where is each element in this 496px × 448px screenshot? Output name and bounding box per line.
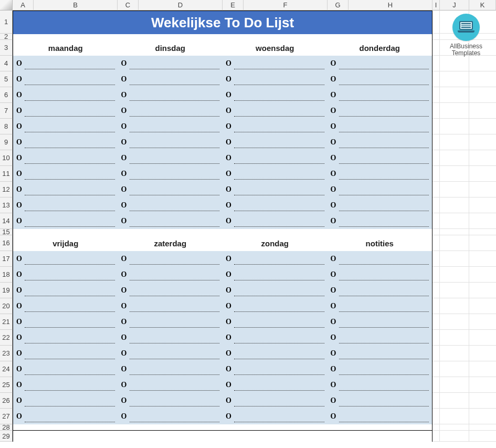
column-header-F[interactable]: F: [244, 0, 328, 11]
row-header-12[interactable]: 12: [0, 182, 13, 197]
content-cell-row-17[interactable]: OOOO: [13, 251, 432, 267]
task-cell[interactable]: O: [118, 314, 223, 330]
cell-I18[interactable]: [432, 267, 440, 283]
task-cell[interactable]: O: [328, 298, 432, 314]
content-cell-row-29[interactable]: [13, 431, 432, 442]
task-cell[interactable]: O: [13, 251, 118, 267]
task-cell[interactable]: O: [13, 330, 118, 346]
task-cell[interactable]: O: [13, 119, 118, 134]
task-cell[interactable]: O: [223, 298, 328, 314]
row-header-5[interactable]: 5: [0, 71, 13, 87]
cell-K19[interactable]: [469, 283, 496, 298]
cell-K21[interactable]: [469, 314, 496, 330]
task-cell[interactable]: O: [328, 71, 432, 87]
task-cell[interactable]: O: [223, 283, 328, 298]
content-cell-row-9[interactable]: OOOO: [13, 134, 432, 150]
content-cell-row-20[interactable]: OOOO: [13, 298, 432, 314]
task-cell[interactable]: O: [13, 87, 118, 103]
task-cell[interactable]: O: [328, 251, 432, 267]
task-cell[interactable]: O: [118, 71, 223, 87]
cell-J17[interactable]: [440, 251, 469, 267]
task-cell[interactable]: O: [13, 182, 118, 197]
column-header-A[interactable]: A: [13, 0, 34, 11]
task-cell[interactable]: O: [328, 361, 432, 377]
task-cell[interactable]: O: [223, 346, 328, 361]
task-cell[interactable]: O: [118, 166, 223, 182]
content-cell-row-24[interactable]: OOOO: [13, 361, 432, 377]
task-cell[interactable]: O: [328, 182, 432, 197]
row-header-26[interactable]: 26: [0, 393, 13, 409]
content-cell-row-5[interactable]: OOOO: [13, 71, 432, 87]
cell-I15[interactable]: [432, 229, 440, 235]
cell-J23[interactable]: [440, 346, 469, 361]
cell-J7[interactable]: [440, 103, 469, 119]
task-cell[interactable]: O: [118, 182, 223, 197]
cell-I2[interactable]: [432, 34, 440, 40]
content-cell-row-2[interactable]: [13, 34, 432, 40]
cell-J19[interactable]: [440, 283, 469, 298]
column-header-B[interactable]: B: [34, 0, 118, 11]
row-header-2[interactable]: 2: [0, 34, 13, 40]
task-cell[interactable]: O: [13, 71, 118, 87]
content-cell-row-23[interactable]: OOOO: [13, 346, 432, 361]
task-cell[interactable]: O: [328, 330, 432, 346]
task-cell[interactable]: O: [118, 283, 223, 298]
cell-I7[interactable]: [432, 103, 440, 119]
cell-I27[interactable]: [432, 409, 440, 424]
task-cell[interactable]: O: [13, 213, 118, 229]
cell-K17[interactable]: [469, 251, 496, 267]
cell-I5[interactable]: [432, 71, 440, 87]
cell-K10[interactable]: [469, 150, 496, 166]
task-cell[interactable]: O: [118, 119, 223, 134]
task-cell[interactable]: O: [223, 103, 328, 119]
task-cell[interactable]: O: [13, 150, 118, 166]
cell-I3[interactable]: [432, 40, 440, 56]
cell-K11[interactable]: [469, 166, 496, 182]
row-header-29[interactable]: 29: [0, 431, 13, 442]
content-cell-row-21[interactable]: OOOO: [13, 314, 432, 330]
task-cell[interactable]: O: [223, 314, 328, 330]
task-cell[interactable]: O: [13, 346, 118, 361]
cell-J29[interactable]: [440, 431, 469, 442]
cell-K22[interactable]: [469, 330, 496, 346]
task-cell[interactable]: O: [328, 103, 432, 119]
cell-K16[interactable]: [469, 235, 496, 251]
task-cell[interactable]: O: [328, 197, 432, 213]
task-cell[interactable]: O: [118, 409, 223, 424]
task-cell[interactable]: O: [328, 150, 432, 166]
cell-I22[interactable]: [432, 330, 440, 346]
task-cell[interactable]: O: [328, 314, 432, 330]
content-cell-row-18[interactable]: OOOO: [13, 267, 432, 283]
cell-J5[interactable]: [440, 71, 469, 87]
cell-K26[interactable]: [469, 393, 496, 409]
cell-K24[interactable]: [469, 361, 496, 377]
row-header-17[interactable]: 17: [0, 251, 13, 267]
content-cell-row-25[interactable]: OOOO: [13, 377, 432, 393]
task-cell[interactable]: O: [223, 213, 328, 229]
column-header-J[interactable]: J: [440, 0, 469, 11]
task-cell[interactable]: O: [223, 182, 328, 197]
column-header-K[interactable]: K: [469, 0, 496, 11]
row-header-1[interactable]: 1: [0, 11, 13, 34]
column-header-H[interactable]: H: [349, 0, 432, 11]
content-cell-row-15[interactable]: [13, 229, 432, 235]
select-all-corner[interactable]: [0, 0, 13, 11]
cell-I9[interactable]: [432, 134, 440, 150]
cell-K20[interactable]: [469, 298, 496, 314]
column-header-E[interactable]: E: [223, 0, 244, 11]
task-cell[interactable]: O: [13, 283, 118, 298]
content-cell-row-22[interactable]: OOOO: [13, 330, 432, 346]
task-cell[interactable]: O: [118, 393, 223, 409]
task-cell[interactable]: O: [328, 267, 432, 283]
task-cell[interactable]: O: [13, 298, 118, 314]
task-cell[interactable]: O: [328, 393, 432, 409]
task-cell[interactable]: O: [328, 119, 432, 134]
row-header-13[interactable]: 13: [0, 197, 13, 213]
cell-I19[interactable]: [432, 283, 440, 298]
cell-J4[interactable]: [440, 56, 469, 71]
task-cell[interactable]: O: [223, 251, 328, 267]
task-cell[interactable]: O: [118, 251, 223, 267]
task-cell[interactable]: O: [328, 377, 432, 393]
cell-K27[interactable]: [469, 409, 496, 424]
cell-J26[interactable]: [440, 393, 469, 409]
